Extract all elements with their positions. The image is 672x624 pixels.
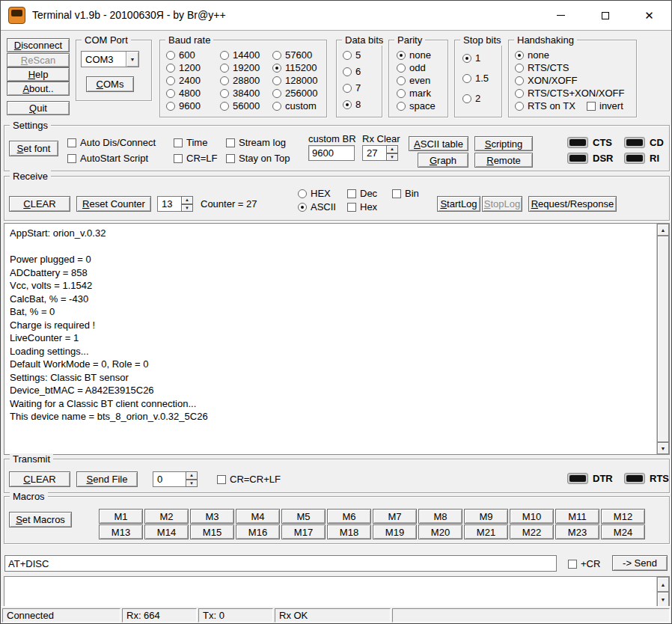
data-bits-option-6[interactable]: 6 [343, 66, 361, 77]
stoplog-button[interactable]: StopLog [482, 196, 522, 212]
data-bits-option-8[interactable]: 8 [343, 99, 361, 110]
help-button[interactable]: Help [7, 67, 70, 82]
hex-mode-radio[interactable]: HEX [298, 188, 331, 199]
parity-option-none[interactable]: none [397, 49, 431, 61]
handshaking-option-rts-on-tx[interactable]: RTS on TX [515, 100, 575, 111]
macro-button-m18[interactable]: M18 [327, 524, 371, 539]
macro-button-m3[interactable]: M3 [190, 509, 234, 524]
remote-button[interactable]: Remote [474, 153, 533, 168]
spin-down-button[interactable]: ▼ [186, 480, 198, 488]
macro-button-m10[interactable]: M10 [510, 509, 554, 524]
receive-scrollbar[interactable]: ▲ ▼ [656, 224, 669, 454]
data-bits-option-5[interactable]: 5 [343, 49, 361, 61]
baud-option-600[interactable]: 600 [166, 49, 195, 61]
macro-button-m2[interactable]: M2 [144, 509, 189, 524]
about-button[interactable]: About.. [7, 82, 70, 96]
macro-button-m15[interactable]: M15 [190, 524, 234, 539]
baud-option-4800[interactable]: 4800 [166, 88, 201, 99]
invert-checkbox[interactable]: invert [587, 100, 623, 111]
time-checkbox[interactable]: Time [174, 137, 207, 148]
disconnect-button[interactable]: Disconnect [7, 38, 70, 52]
macro-button-m8[interactable]: M8 [418, 509, 462, 524]
macro-button-m9[interactable]: M9 [464, 509, 508, 524]
hex-checkbox[interactable]: Hex [347, 201, 377, 212]
stay-on-top-checkbox[interactable]: Stay on Top [226, 153, 290, 164]
spin-down-button[interactable]: ▼ [386, 153, 398, 162]
macro-button-m23[interactable]: M23 [555, 524, 599, 539]
custom-br-input[interactable]: 9600 [308, 145, 355, 161]
macro-button-m1[interactable]: M1 [99, 509, 143, 524]
baud-option-38400[interactable]: 38400 [220, 88, 260, 99]
macro-button-m17[interactable]: M17 [281, 524, 326, 539]
scrollbar-thumb[interactable] [657, 236, 669, 442]
auto-dis-connect-checkbox[interactable]: Auto Dis/Connect [67, 137, 156, 148]
parity-option-odd[interactable]: odd [397, 62, 426, 73]
maximize-button[interactable] [583, 1, 627, 30]
macro-button-m5[interactable]: M5 [281, 509, 326, 524]
com-port-dropdown-button[interactable]: ▼ [126, 52, 138, 67]
macro-button-m14[interactable]: M14 [144, 524, 189, 539]
scripting-button[interactable]: Scripting [474, 136, 533, 151]
parity-option-even[interactable]: even [397, 75, 430, 86]
quit-button[interactable]: Quit [7, 101, 70, 115]
stop-bits-option-1[interactable]: 1 [462, 52, 480, 64]
scroll-up-button[interactable]: ▲ [657, 224, 669, 236]
bin-checkbox[interactable]: Bin [392, 188, 419, 199]
close-button[interactable]: ✕ [627, 1, 671, 30]
macro-button-m20[interactable]: M20 [418, 524, 462, 539]
scroll-down-button[interactable]: ▼ [657, 442, 669, 454]
baud-option-19200[interactable]: 19200 [220, 62, 260, 73]
macro-button-m22[interactable]: M22 [510, 524, 554, 539]
macro-button-m19[interactable]: M19 [373, 524, 417, 539]
baud-option-1200[interactable]: 1200 [166, 62, 201, 73]
baud-option-115200[interactable]: 115200 [272, 62, 317, 73]
handshaking-option-rts-cts[interactable]: RTS/CTS [515, 62, 569, 73]
baud-option-9600[interactable]: 9600 [166, 100, 201, 111]
baud-option-custom[interactable]: custom [272, 100, 317, 111]
macro-button-m24[interactable]: M24 [601, 524, 645, 539]
handshaking-option-none[interactable]: none [515, 49, 549, 61]
receive-lines-spinner[interactable]: 13 ▲ ▼ [157, 196, 193, 212]
baud-option-28800[interactable]: 28800 [220, 75, 260, 86]
request-response-button[interactable]: Request/Response [528, 196, 617, 212]
macro-button-m11[interactable]: M11 [555, 509, 599, 524]
dtr-indicator[interactable]: DTR [567, 473, 613, 484]
send-file-button[interactable]: Send File [76, 471, 138, 487]
macro-button-m21[interactable]: M21 [464, 524, 508, 539]
spin-up-button[interactable]: ▲ [181, 196, 193, 204]
macro-button-m13[interactable]: M13 [99, 524, 143, 539]
receive-terminal[interactable]: AppStart: orion_v.0.32 Power plugged = 0… [4, 223, 670, 455]
cr-lf-checkbox[interactable]: CR=LF [174, 153, 218, 164]
rx-clear-spinner[interactable]: 27 ▲ ▼ [362, 145, 398, 161]
ascii-table-button[interactable]: ASCII table [409, 136, 468, 151]
reset-counter-button[interactable]: Reset Counter [76, 196, 151, 212]
stop-bits-option-1-5[interactable]: 1.5 [462, 73, 489, 84]
send-button[interactable]: -> Send [612, 555, 668, 571]
baud-option-14400[interactable]: 14400 [220, 49, 260, 61]
handshaking-option-xon-xoff[interactable]: XON/XOFF [515, 75, 577, 86]
macro-button-m6[interactable]: M6 [327, 509, 371, 524]
baud-option-256000[interactable]: 256000 [272, 88, 317, 99]
receive-clear-button[interactable]: CLEAR [9, 196, 70, 212]
stream-log-checkbox[interactable]: Stream log [226, 137, 286, 148]
transmit-delay-spinner[interactable]: 0 ▲ ▼ [153, 471, 198, 487]
spin-up-button[interactable]: ▲ [186, 471, 198, 480]
macro-button-m4[interactable]: M4 [236, 509, 280, 524]
graph-button[interactable]: Graph [418, 153, 468, 168]
plus-cr-checkbox[interactable]: +CR [568, 558, 600, 569]
transmit-clear-button[interactable]: CLEAR [9, 471, 70, 487]
set-macros-button[interactable]: Set Macros [9, 512, 72, 527]
macro-button-m7[interactable]: M7 [373, 509, 417, 524]
startlog-button[interactable]: StartLog [437, 196, 480, 212]
baud-option-56000[interactable]: 56000 [220, 100, 260, 111]
transmit-scrollbar[interactable]: ▲ ▼ [656, 577, 669, 607]
data-bits-option-7[interactable]: 7 [343, 82, 361, 94]
spin-up-button[interactable]: ▲ [386, 145, 398, 153]
coms-button[interactable]: COMs [86, 76, 134, 92]
stop-bits-option-2[interactable]: 2 [462, 93, 480, 104]
macro-button-m12[interactable]: M12 [601, 509, 645, 524]
set-font-button[interactable]: Set font [9, 141, 58, 156]
command-input[interactable] [4, 555, 557, 572]
rescan-button[interactable]: ReScan [7, 53, 70, 67]
dec-checkbox[interactable]: Dec [347, 188, 377, 199]
